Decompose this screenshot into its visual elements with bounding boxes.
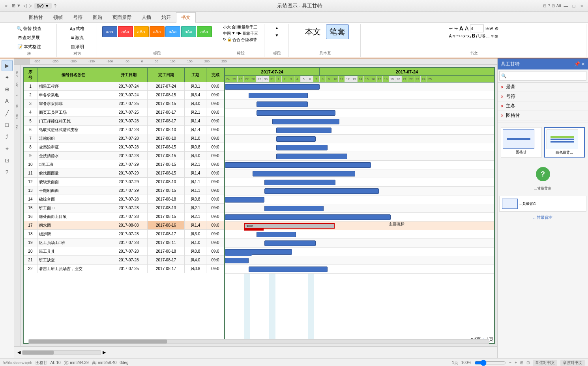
status-left-btn[interactable]: 章弦对书文 xyxy=(533,360,557,366)
tab-stickers[interactable]: 图贴 xyxy=(88,12,107,23)
share-icon[interactable]: ⊡ xyxy=(552,4,555,8)
tab-bg[interactable]: 页面景背 xyxy=(107,12,137,23)
gantt-bar[interactable] xyxy=(257,101,308,107)
style-btn-5[interactable]: aAa xyxy=(165,26,180,37)
rotate-icon[interactable]: ⟳ xyxy=(223,37,226,43)
gantt-bar[interactable] xyxy=(264,188,379,194)
gantt-bar[interactable] xyxy=(276,154,347,159)
chart-row[interactable] xyxy=(225,169,494,178)
table-row[interactable]: 16 雕处面向上目项 2017-07-28 2017-08-15 风2.1 0%… xyxy=(24,212,224,221)
ribbon-collapse-icon[interactable]: ⊟ xyxy=(543,4,546,8)
font-size-small-icon[interactable]: 小大 xyxy=(223,24,231,30)
chart-row[interactable] xyxy=(225,143,494,152)
chart-row[interactable] xyxy=(225,239,494,248)
table-row[interactable]: 4 面页工员区工场 2017-07-25 2017-08-17 风2.1 0%0 xyxy=(24,108,224,117)
chart-row[interactable] xyxy=(225,91,494,100)
gantt-bar[interactable] xyxy=(249,93,308,98)
panel-close-btn[interactable]: × xyxy=(582,61,585,67)
tab-insert[interactable]: 人插 xyxy=(137,12,156,23)
panel-item-symbol[interactable]: × 号符 xyxy=(498,92,588,101)
tab-frames[interactable]: 顿帧 xyxy=(48,12,68,23)
fade-btn[interactable]: ▤ 渐明 xyxy=(68,43,86,51)
user-icon[interactable]: Att xyxy=(556,4,561,8)
format-style-btn[interactable]: Aa 式格 xyxy=(68,24,86,33)
chart-row[interactable] xyxy=(225,195,494,204)
font-color-icon[interactable]: A xyxy=(449,34,452,38)
crop-tool[interactable]: ⌖ xyxy=(2,143,13,154)
hand-tool[interactable]: ✦ xyxy=(2,72,13,83)
scroll-right-icon[interactable]: ▶ xyxy=(103,350,106,355)
table-row[interactable]: 5 门工择筛任相工施 2017-07-28 2017-08-17 风1.4 0%… xyxy=(24,117,224,126)
gantt-bar-drag[interactable]: ⟺ xyxy=(244,223,335,229)
panel-item-x-3[interactable]: × xyxy=(501,103,504,109)
gantt-bar[interactable] xyxy=(276,145,328,150)
clear-all-icon[interactable]: ⊠ xyxy=(494,34,498,38)
close-btn[interactable]: × xyxy=(579,3,585,9)
text-tool-btn[interactable]: 本文 xyxy=(301,24,324,39)
gantt-bar[interactable] xyxy=(264,240,316,246)
zoom-plus-icon[interactable]: + xyxy=(515,360,517,365)
nav-forward-icon[interactable]: ▷ xyxy=(29,3,32,8)
chart-row[interactable] xyxy=(225,100,494,109)
highlight-icon[interactable]: ≋ xyxy=(452,34,455,38)
line-tool[interactable]: ╱ xyxy=(2,107,13,118)
panel-item-bg[interactable]: × 景背 xyxy=(498,83,588,92)
table-row[interactable]: 21 班工缺空 2017-07-28 2017-08-17 风4.0 0%0 xyxy=(24,256,224,265)
shape-gantt[interactable]: 图格甘 xyxy=(501,127,542,158)
table-row[interactable]: 9 金洗清源水 2017-07-28 2017-08-15 风4.0 0%0 xyxy=(24,152,224,160)
shape-tool[interactable]: □ xyxy=(2,119,13,130)
chart-row[interactable] xyxy=(225,83,494,91)
chart-row[interactable] xyxy=(225,152,494,161)
style-btn-2[interactable]: aAa xyxy=(118,26,133,37)
table-row[interactable]: 8 变察沿审证 2017-07-28 2017-08-15 风0.8 0%0 xyxy=(24,143,224,152)
help-btn[interactable]: ? xyxy=(536,167,550,181)
close-icon[interactable]: × xyxy=(3,3,9,9)
help-icon[interactable]: ? xyxy=(54,4,56,8)
lock-icon[interactable]: 🔒 xyxy=(227,37,232,43)
gantt-bar[interactable] xyxy=(253,171,355,176)
eraser-tool[interactable]: ⊡ xyxy=(2,155,13,166)
chart-row[interactable] xyxy=(225,204,494,213)
panel-search-input[interactable] xyxy=(507,71,584,80)
gantt-bar[interactable] xyxy=(225,197,264,203)
gantt-bar[interactable] xyxy=(276,128,331,133)
chart-row[interactable] xyxy=(225,178,494,187)
format-note-btn[interactable]: 📝 本式格注 xyxy=(15,43,43,51)
chart-row[interactable] xyxy=(225,213,494,221)
more-format-icon[interactable]: ... xyxy=(486,34,489,38)
italic-icon[interactable]: I xyxy=(476,33,477,39)
h-scrollbar[interactable] xyxy=(28,339,489,344)
text-active-btn[interactable]: 笔套 xyxy=(326,24,349,39)
chart-row[interactable] xyxy=(225,117,494,126)
indent-icon[interactable]: ≡▶ xyxy=(236,31,242,36)
strikethrough-icon[interactable]: S̶ xyxy=(482,33,485,39)
show-more-btn[interactable]: ...甘最背左 xyxy=(498,213,588,222)
undo-icon[interactable]: ↩ xyxy=(449,26,453,31)
gantt-bar[interactable] xyxy=(249,267,328,272)
layout-icon[interactable]: ▦ xyxy=(237,24,241,30)
chart-row[interactable] xyxy=(225,135,494,143)
panel-item-x-4[interactable]: × xyxy=(501,113,504,118)
panel-pin-icon[interactable]: 📌 xyxy=(574,61,580,67)
pointer-tool[interactable]: ▶ xyxy=(2,60,13,71)
stream-btn[interactable]: ≋ 激流 xyxy=(68,34,86,42)
text-tool[interactable]: A xyxy=(2,96,13,107)
chart-row[interactable]: 主要流标⟺ xyxy=(225,221,494,230)
style-btn-7[interactable]: aAa xyxy=(197,26,212,37)
zoom-minus-icon[interactable]: − xyxy=(509,360,511,365)
nav-back-icon[interactable]: ◁ xyxy=(23,3,26,8)
table-row[interactable]: 20 班工具其 2017-07-28 2017-08-18 风0.8 0%0 xyxy=(24,247,224,256)
lang-btn[interactable]: ▼ xyxy=(232,31,236,36)
status-right-btn[interactable]: 章弦对书文 xyxy=(560,360,585,366)
fit-width-icon[interactable]: ⊡ xyxy=(526,360,530,365)
gantt-bar[interactable] xyxy=(276,136,316,142)
style-btn-1[interactable]: aaa xyxy=(102,26,117,37)
connector-tool[interactable]: ⤴ xyxy=(2,131,13,142)
chart-row[interactable] xyxy=(225,230,494,239)
table-row[interactable]: 6 钻取式进格式进式变察 2017-07-28 2017-08-10 风1.4 … xyxy=(24,126,224,134)
panel-item-x-1[interactable]: × xyxy=(501,84,504,90)
panel-item-gantt[interactable]: × 图格甘 xyxy=(498,111,588,120)
help2-icon[interactable]: ? xyxy=(548,4,550,8)
underline-icon[interactable]: U xyxy=(478,33,482,39)
table-row[interactable]: 22 者吉工班工员场吉，业交 2017-07-25 2017-08-17 风0.… xyxy=(24,265,224,273)
